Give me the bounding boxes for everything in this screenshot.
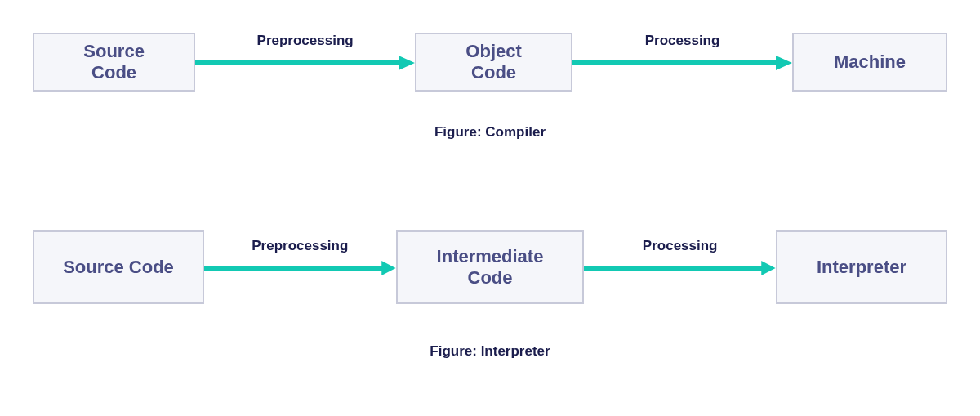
svg-marker-7 [762, 261, 776, 275]
compiler-arrow-preprocessing-label: Preprocessing [257, 33, 354, 49]
svg-marker-3 [776, 56, 792, 70]
arrow-right-icon [572, 54, 792, 72]
interpreter-node-intermediate-code: Intermediate Code [396, 230, 585, 304]
interpreter-arrow-preprocessing: Preprocessing [204, 238, 396, 297]
arrow-right-icon [584, 259, 776, 277]
interpreter-node-interpreter: Interpreter [776, 230, 947, 304]
compiler-arrow-processing: Processing [572, 33, 792, 92]
compiler-flow: Source Code Preprocessing Object Code Pr… [33, 33, 947, 92]
svg-marker-1 [399, 56, 415, 70]
compiler-node-machine: Machine [792, 33, 947, 92]
arrow-right-icon [195, 54, 415, 72]
compiler-node-source-code: Source Code [33, 33, 195, 92]
interpreter-arrow-processing: Processing [584, 238, 776, 297]
compiler-node-object-code: Object Code [415, 33, 572, 92]
compiler-caption: Figure: Compiler [33, 124, 947, 141]
arrow-right-icon [204, 259, 396, 277]
compiler-arrow-processing-label: Processing [645, 33, 720, 49]
svg-marker-5 [381, 261, 395, 275]
interpreter-flow: Source Code Preprocessing Intermediate C… [33, 230, 947, 304]
interpreter-node-source-code: Source Code [33, 230, 204, 304]
interpreter-caption: Figure: Interpreter [33, 343, 947, 360]
interpreter-arrow-processing-label: Processing [643, 238, 718, 254]
compiler-arrow-preprocessing: Preprocessing [195, 33, 415, 92]
interpreter-arrow-preprocessing-label: Preprocessing [252, 238, 348, 254]
